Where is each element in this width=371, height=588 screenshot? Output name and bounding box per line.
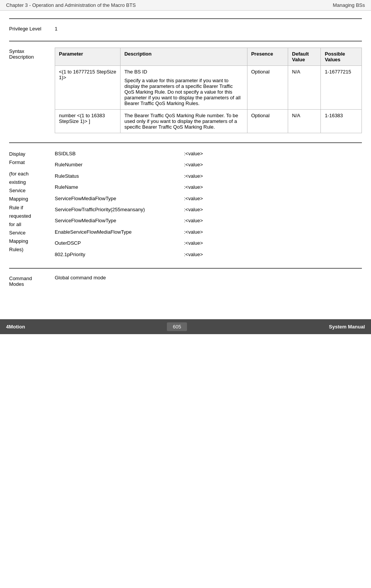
cell-presence: Optional — [247, 66, 288, 110]
display-format-line: BSIDLSB:<value> — [55, 149, 362, 158]
display-format-line: OuterDSCP:<value> — [55, 239, 362, 247]
display-format-line: RuleNumber:<value> — [55, 160, 362, 169]
cell-default: N/A — [288, 66, 321, 110]
col-parameter: Parameter — [55, 48, 120, 66]
privilege-value: 1 — [55, 25, 362, 32]
cell-possible: 1-16777215 — [321, 66, 362, 110]
display-format-lines: BSIDLSB:<value>RuleNumber:<value>RuleSta… — [55, 149, 362, 259]
cell-default: N/A — [288, 110, 321, 133]
col-presence: Presence — [247, 48, 288, 66]
display-format-line: RuleName:<value> — [55, 183, 362, 191]
df-value: :<value> — [184, 216, 203, 225]
command-modes-content: Global command mode — [55, 275, 362, 287]
display-format-content: BSIDLSB:<value>RuleNumber:<value>RuleSta… — [55, 149, 362, 259]
df-key: EnableServiceFlowMediaFlowType — [55, 228, 184, 236]
df-key: ServiceFlowTrafficPriority(255meansany) — [55, 205, 184, 214]
df-value: :<value> — [184, 160, 203, 169]
df-value: :<value> — [184, 205, 203, 214]
display-format-line: RuleStatus:<value> — [55, 172, 362, 180]
display-format-line: ServiceFlowMediaFlowType:<value> — [55, 194, 362, 203]
df-key: RuleNumber — [55, 160, 184, 169]
display-format-line: 802.1pPriority:<value> — [55, 250, 362, 259]
df-key: BSIDLSB — [55, 149, 184, 158]
display-format-line: ServiceFlowTrafficPriority(255meansany):… — [55, 205, 362, 214]
header-left: Chapter 3 - Operation and Administration… — [6, 2, 136, 8]
command-modes-value: Global command mode — [55, 275, 362, 280]
page-header: Chapter 3 - Operation and Administration… — [0, 0, 371, 11]
privilege-section: Privilege Level 1 — [9, 18, 362, 32]
syntax-label: Syntax Description — [9, 48, 55, 133]
df-value: :<value> — [184, 183, 203, 191]
privilege-content: 1 — [55, 25, 362, 32]
df-value: :<value> — [184, 149, 203, 158]
col-description: Description — [120, 48, 247, 66]
df-key: 802.1pPriority — [55, 250, 184, 259]
syntax-table: Parameter Description Presence Default V… — [55, 48, 362, 133]
cell-possible: 1-16383 — [321, 110, 362, 133]
df-key: RuleName — [55, 183, 184, 191]
footer-page: 605 — [167, 322, 187, 331]
display-format-line: EnableServiceFlowMediaFlowType:<value> — [55, 228, 362, 236]
cell-presence: Optional — [247, 110, 288, 133]
df-value: :<value> — [184, 172, 203, 180]
df-key: ServiceFlowMediaFlowType — [55, 194, 184, 203]
header-right: Managing BSs — [333, 2, 365, 8]
df-value: :<value> — [184, 228, 203, 236]
col-possible: Possible Values — [321, 48, 362, 66]
privilege-label: Privilege Level — [9, 25, 55, 32]
footer-left: 4Motion — [6, 324, 25, 330]
table-row: <(1 to 16777215 StepSize 1)>The BS IDSpe… — [55, 66, 362, 110]
df-key: OuterDSCP — [55, 239, 184, 247]
main-content: Privilege Level 1 Syntax Description Par… — [0, 11, 371, 304]
display-format-section: Display Format (for each existing Servic… — [9, 142, 362, 259]
page-footer: 4Motion 605 System Manual — [0, 319, 371, 334]
df-key: RuleStatus — [55, 172, 184, 180]
df-value: :<value> — [184, 239, 203, 247]
command-modes-section: Command Modes Global command mode — [9, 268, 362, 287]
df-value: :<value> — [184, 250, 203, 259]
cell-description: The Bearer Traffic QoS Marking Rule numb… — [120, 110, 247, 133]
table-row: number <(1 to 16383 StepSize 1)> ]The Be… — [55, 110, 362, 133]
cell-description: The BS IDSpecify a value for this parame… — [120, 66, 247, 110]
cell-parameter: number <(1 to 16383 StepSize 1)> ] — [55, 110, 120, 133]
df-value: :<value> — [184, 194, 203, 203]
display-format-label: Display Format (for each existing Servic… — [9, 149, 55, 259]
cell-parameter: <(1 to 16777215 StepSize 1)> — [55, 66, 120, 110]
syntax-content: Parameter Description Presence Default V… — [55, 48, 362, 133]
col-default: Default Value — [288, 48, 321, 66]
command-modes-label: Command Modes — [9, 275, 55, 287]
df-key: ServiceFlowMediaFlowType — [55, 216, 184, 225]
display-format-line: ServiceFlowMediaFlowType:<value> — [55, 216, 362, 225]
table-header-row: Parameter Description Presence Default V… — [55, 48, 362, 66]
footer-right: System Manual — [329, 324, 365, 330]
syntax-section: Syntax Description Parameter Description… — [9, 41, 362, 133]
